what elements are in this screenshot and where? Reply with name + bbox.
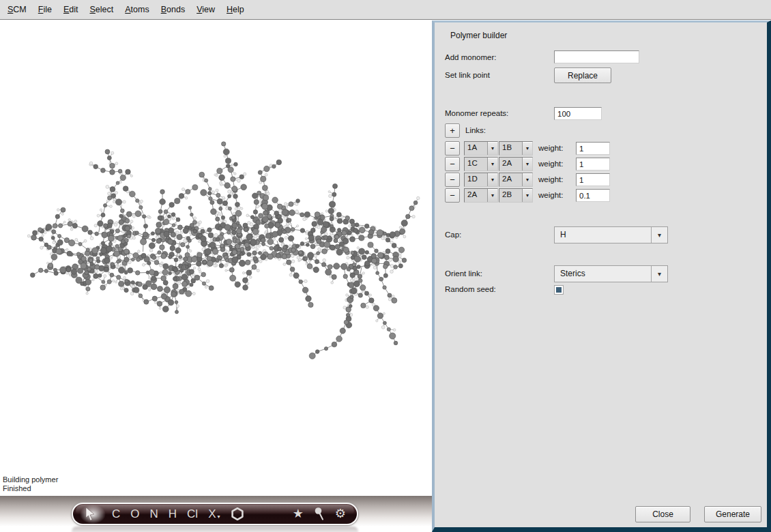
- link-to-select-2[interactable]: 2A ▾: [499, 157, 533, 171]
- link-from-value-4: 2A: [465, 189, 487, 202]
- weight-label-3: weight:: [538, 175, 563, 183]
- remove-link-button-1[interactable]: −: [445, 141, 460, 156]
- chevron-down-icon[interactable]: ▾: [522, 189, 532, 202]
- element-x-dropdown-arrow-icon: ▾: [217, 505, 220, 528]
- weight-label-1: weight:: [538, 144, 563, 152]
- app-window: SCM File Edit Select Atoms Bonds View He…: [0, 0, 771, 532]
- chevron-down-icon[interactable]: ▾: [651, 266, 667, 282]
- balloon-icon: [314, 507, 325, 521]
- cap-label: Cap:: [445, 231, 461, 239]
- link-to-value-1: 1B: [499, 142, 522, 155]
- polymer-builder-panel: Polymer builder Add monomer: Set link po…: [432, 20, 771, 532]
- chevron-down-icon[interactable]: ▾: [651, 227, 667, 243]
- chevron-down-icon[interactable]: ▾: [487, 189, 497, 202]
- weight-input-2[interactable]: [576, 158, 610, 171]
- element-n-button[interactable]: N: [150, 503, 158, 525]
- chevron-down-icon[interactable]: ▾: [487, 158, 497, 171]
- set-link-point-label: Set link point: [445, 71, 490, 79]
- monomer-repeats-input[interactable]: [554, 107, 602, 120]
- element-o-button[interactable]: O: [130, 503, 139, 525]
- chevron-down-icon[interactable]: ▾: [487, 173, 497, 186]
- element-toolbar: C O N H Cl X ▾ ★: [72, 503, 358, 525]
- link-to-select-4[interactable]: 2B ▾: [499, 188, 533, 203]
- status-line-2: Finished: [3, 484, 58, 493]
- menu-view[interactable]: View: [195, 3, 216, 16]
- settings-gear-button[interactable]: ⚙: [335, 503, 346, 525]
- weight-input-3[interactable]: [576, 173, 610, 186]
- chevron-down-icon[interactable]: ▾: [522, 158, 532, 171]
- menu-bonds[interactable]: Bonds: [160, 3, 186, 16]
- link-from-select-4[interactable]: 2A ▾: [464, 188, 498, 203]
- chevron-down-icon[interactable]: ▾: [522, 173, 532, 186]
- weight-input-4[interactable]: [576, 189, 610, 202]
- link-to-select-1[interactable]: 1B ▾: [499, 141, 533, 156]
- link-from-select-1[interactable]: 1A ▾: [464, 141, 498, 156]
- menu-edit[interactable]: Edit: [62, 3, 80, 16]
- cap-select[interactable]: H ▾: [554, 226, 668, 243]
- link-from-value-2: 1C: [465, 158, 487, 171]
- link-to-value-2: 2A: [499, 158, 522, 171]
- link-to-value-3: 2A: [499, 173, 522, 186]
- link-to-value-4: 2B: [499, 189, 522, 202]
- chevron-down-icon[interactable]: ▾: [487, 142, 497, 155]
- status-text: Building polymer Finished: [3, 475, 58, 493]
- menu-file[interactable]: File: [37, 3, 53, 16]
- favorites-star-button[interactable]: ★: [293, 503, 304, 525]
- remove-link-button-4[interactable]: −: [445, 188, 460, 203]
- add-monomer-input[interactable]: [554, 50, 639, 63]
- remove-link-button-2[interactable]: −: [445, 157, 460, 171]
- generate-button[interactable]: Generate: [704, 506, 761, 522]
- menu-scm[interactable]: SCM: [6, 3, 28, 16]
- close-button[interactable]: Close: [635, 506, 690, 522]
- orient-link-label: Orient link:: [445, 269, 482, 278]
- element-c-button[interactable]: C: [112, 503, 120, 525]
- link-from-value-1: 1A: [465, 142, 487, 155]
- weight-label-4: weight:: [538, 191, 563, 199]
- panel-title: Polymer builder: [450, 31, 507, 40]
- molecule-canvas[interactable]: [12, 99, 422, 419]
- weight-label-2: weight:: [538, 160, 563, 168]
- element-cl-button[interactable]: Cl: [187, 503, 198, 525]
- element-h-button[interactable]: H: [169, 503, 177, 525]
- link-from-select-2[interactable]: 1C ▾: [464, 157, 498, 171]
- menu-select[interactable]: Select: [89, 3, 115, 16]
- link-to-select-3[interactable]: 2A ▾: [499, 173, 533, 187]
- weight-input-1[interactable]: [576, 142, 610, 155]
- link-from-value-3: 1D: [465, 173, 487, 186]
- chevron-down-icon[interactable]: ▾: [522, 142, 532, 155]
- random-seed-checkbox[interactable]: [555, 286, 563, 294]
- hexagon-ring-icon: [231, 507, 244, 521]
- molecule-viewport[interactable]: Building polymer Finished C O N H Cl X: [0, 20, 432, 532]
- cap-value: H: [555, 227, 651, 243]
- menubar: SCM File Edit Select Atoms Bonds View He…: [0, 0, 771, 20]
- add-monomer-label: Add monomer:: [445, 53, 496, 61]
- toolbar-strip: C O N H Cl X ▾ ★: [0, 496, 432, 532]
- add-link-button[interactable]: +: [445, 123, 460, 138]
- element-x-button[interactable]: X ▾: [208, 500, 220, 528]
- menu-help[interactable]: Help: [225, 3, 246, 16]
- select-cursor-tool[interactable]: [84, 505, 102, 524]
- cursor-arrow-icon: [84, 507, 96, 522]
- remove-link-button-3[interactable]: −: [445, 173, 460, 187]
- orient-link-value: Sterics: [555, 266, 651, 282]
- balloon-tool-button[interactable]: [314, 507, 325, 521]
- replace-button[interactable]: Replace: [554, 68, 611, 83]
- link-from-select-3[interactable]: 1D ▾: [464, 173, 498, 187]
- status-line-1: Building polymer: [3, 475, 58, 484]
- menu-atoms[interactable]: Atoms: [123, 3, 150, 16]
- random-seed-label: Random seed:: [445, 285, 496, 293]
- links-label: Links:: [465, 126, 486, 134]
- ring-structure-tool[interactable]: [231, 507, 244, 521]
- orient-link-select[interactable]: Sterics ▾: [554, 265, 668, 282]
- element-x-label: X: [208, 503, 216, 525]
- monomer-repeats-label: Monomer repeats:: [445, 109, 508, 117]
